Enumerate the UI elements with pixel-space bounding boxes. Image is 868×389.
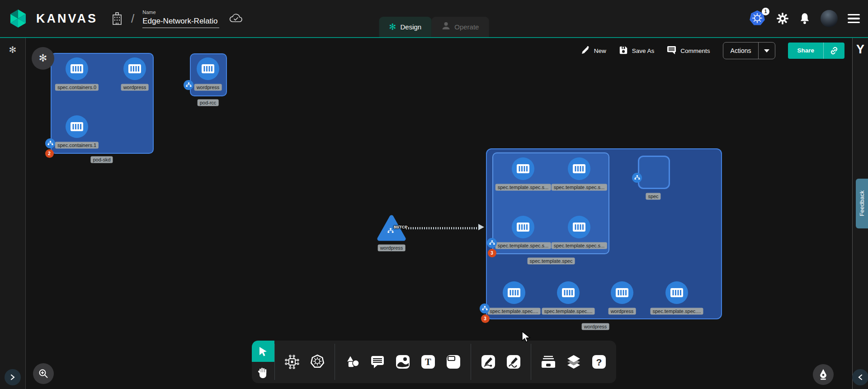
container-node-label: spec.template.spec....: [488, 308, 541, 315]
kubernetes-tool-button[interactable]: [305, 341, 330, 383]
comment-tool-button[interactable]: [365, 341, 390, 383]
kanvas-logo-icon[interactable]: [8, 9, 28, 28]
share-split-button[interactable]: Share: [788, 43, 844, 59]
organization-icon[interactable]: [111, 12, 123, 25]
container-node-label: spec.template.spec.s...: [552, 242, 607, 249]
pan-tool-button[interactable]: [252, 362, 274, 383]
network-badge[interactable]: [480, 304, 490, 313]
network-badge[interactable]: [184, 80, 193, 90]
container-node[interactable]: [197, 57, 219, 80]
notifications-bell-icon[interactable]: [799, 12, 811, 25]
kubernetes-context-icon[interactable]: 1: [748, 9, 766, 28]
components-tool-button[interactable]: [279, 341, 305, 383]
network-icon: [482, 306, 488, 311]
collapse-panel-button[interactable]: [852, 369, 868, 385]
save-as-button[interactable]: Save As: [619, 46, 655, 56]
container-icon: [561, 287, 575, 299]
container-node[interactable]: [568, 216, 590, 238]
error-count-badge[interactable]: 3: [481, 314, 490, 323]
context-count-badge: 1: [762, 8, 769, 15]
group-spec-template-spec[interactable]: [492, 152, 609, 254]
design-name-input[interactable]: [142, 16, 219, 28]
text-icon: T: [421, 355, 435, 369]
user-avatar[interactable]: [821, 10, 838, 27]
design-name-label: Name: [142, 9, 219, 15]
service-edge[interactable]: [406, 227, 479, 229]
spec-shape-node[interactable]: [638, 156, 670, 189]
network-badge[interactable]: [632, 173, 642, 183]
shapes-tool-button[interactable]: [340, 341, 365, 383]
feedback-tab[interactable]: Feedback: [856, 179, 868, 228]
help-tool-button[interactable]: ?: [586, 341, 612, 383]
design-mode-icon: ✻: [389, 23, 396, 31]
network-badge[interactable]: [487, 238, 497, 248]
container-icon: [70, 121, 84, 133]
container-node[interactable]: [568, 157, 590, 180]
image-icon: [396, 355, 410, 369]
tab-operate[interactable]: Operate: [431, 17, 489, 37]
container-node-label: spec.template.spec.s...: [495, 242, 551, 249]
question-icon: ?: [592, 355, 606, 369]
group-label-pod-skd: pod-skd: [90, 157, 113, 163]
freehand-draw-tool-button[interactable]: [501, 341, 526, 383]
pen-nib-button[interactable]: [813, 364, 834, 385]
expand-panel-button[interactable]: [5, 369, 21, 385]
operate-mode-icon: [441, 21, 450, 32]
settings-gear-icon[interactable]: [776, 12, 789, 25]
container-node-label: spec.template.spec.s...: [552, 184, 607, 191]
layers-tool-button[interactable]: [561, 341, 586, 383]
error-count-badge[interactable]: 3: [488, 249, 496, 257]
comments-button[interactable]: Comments: [667, 45, 710, 56]
container-node[interactable]: [123, 57, 146, 80]
container-node[interactable]: [512, 157, 534, 180]
container-node[interactable]: [611, 281, 633, 304]
container-node[interactable]: [66, 57, 88, 80]
container-node[interactable]: [665, 281, 688, 304]
save-icon: [619, 46, 628, 56]
cloud-saved-icon: [229, 13, 243, 24]
flower-node-button[interactable]: ✻: [32, 47, 54, 70]
comment-bubble-icon: [370, 355, 385, 369]
group-label-wordpress: wordpress: [582, 323, 609, 330]
error-count-badge[interactable]: 2: [45, 149, 54, 158]
new-button[interactable]: New: [581, 46, 606, 56]
edge-pen-tool-button[interactable]: [476, 341, 501, 383]
container-node[interactable]: [66, 115, 88, 138]
container-icon: [615, 287, 629, 299]
history-spiral-icon[interactable]: ✻: [9, 44, 17, 55]
link-icon: [830, 46, 839, 55]
share-button[interactable]: Share: [788, 43, 823, 59]
text-tool-button[interactable]: T: [415, 341, 441, 383]
canvas-action-bar: New Save As: [581, 41, 844, 60]
network-badge[interactable]: [45, 138, 55, 148]
container-node[interactable]: [512, 216, 534, 238]
comment-icon: [667, 45, 676, 56]
service-node-label: wordpress: [378, 245, 406, 251]
menu-hamburger-icon[interactable]: [848, 14, 860, 24]
actions-dropdown-button[interactable]: [758, 43, 775, 59]
svg-text:?: ?: [596, 357, 602, 367]
actions-button[interactable]: Actions: [723, 43, 759, 59]
tab-design[interactable]: ✻ Design: [379, 17, 432, 37]
svg-text:T: T: [425, 357, 431, 367]
shapes-icon: [345, 355, 359, 369]
container-node-label: spec.containers.0: [55, 84, 99, 91]
kanvas-logo-text: KANVAS: [36, 12, 98, 26]
zoom-button[interactable]: [33, 363, 54, 384]
note-tool-button[interactable]: [441, 341, 466, 383]
network-icon: [47, 141, 53, 146]
container-icon: [507, 287, 521, 299]
container-node[interactable]: [557, 281, 580, 304]
drawer-tool-button[interactable]: [536, 341, 561, 383]
app-header: KANVAS / Name ✻ Design: [0, 0, 868, 38]
design-canvas[interactable]: pod-skdpod-rccwordpressspec.template.spe…: [0, 38, 868, 389]
image-tool-button[interactable]: [390, 341, 415, 383]
copy-link-button[interactable]: [823, 43, 844, 59]
actions-split-button[interactable]: Actions: [723, 42, 776, 59]
select-tool-button[interactable]: [252, 341, 274, 362]
design-name-block: Name: [142, 9, 219, 28]
note-icon: [446, 355, 461, 369]
container-node[interactable]: [503, 281, 525, 304]
container-icon: [572, 221, 586, 233]
chip-icon: [284, 354, 300, 370]
